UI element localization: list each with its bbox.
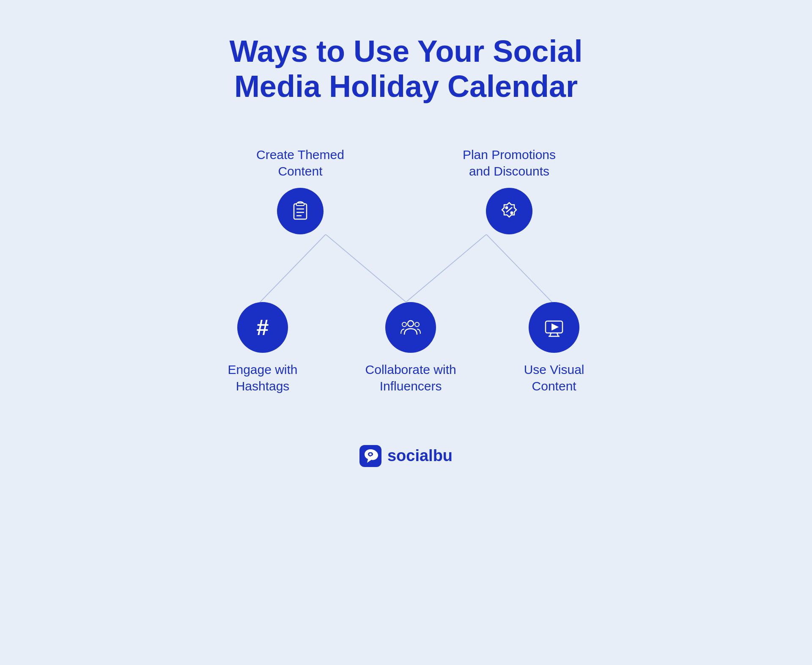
svg-marker-19 bbox=[552, 324, 558, 330]
brand-logo: socialbu bbox=[359, 445, 453, 467]
node-label-collaborate-influencers: Collaborate withInfluencers bbox=[365, 361, 456, 394]
node-circle-plan-promotions bbox=[486, 188, 532, 234]
svg-line-10 bbox=[406, 234, 486, 302]
svg-point-7 bbox=[510, 212, 513, 214]
node-create-themed-content: Create ThemedContent bbox=[256, 146, 344, 234]
node-label-create-themed-content: Create ThemedContent bbox=[256, 146, 344, 179]
people-icon bbox=[400, 317, 421, 338]
page-container: Ways to Use Your Social Media Holiday Ca… bbox=[152, 0, 660, 665]
top-row: Create ThemedContent Plan Promotionsand … bbox=[178, 146, 634, 234]
svg-line-11 bbox=[486, 234, 552, 302]
svg-point-13 bbox=[402, 322, 406, 327]
svg-point-6 bbox=[505, 206, 508, 209]
node-label-plan-promotions: Plan Promotionsand Discounts bbox=[463, 146, 556, 179]
node-use-visual-content: Use VisualContent bbox=[524, 302, 584, 394]
node-circle-engage-hashtags: # bbox=[237, 302, 288, 353]
node-engage-hashtags: # Engage withHashtags bbox=[228, 302, 297, 394]
svg-point-12 bbox=[408, 321, 414, 327]
node-plan-promotions: Plan Promotionsand Discounts bbox=[463, 146, 556, 234]
node-circle-collaborate-influencers bbox=[385, 302, 436, 353]
discount-icon bbox=[499, 201, 520, 222]
hashtag-icon: # bbox=[257, 316, 269, 338]
node-circle-create-themed-content bbox=[277, 188, 324, 234]
node-circle-use-visual-content bbox=[529, 302, 579, 353]
bottom-row: # Engage withHashtags Co bbox=[178, 302, 634, 394]
node-collaborate-influencers: Collaborate withInfluencers bbox=[365, 302, 456, 394]
video-icon bbox=[543, 317, 565, 338]
svg-rect-1 bbox=[296, 203, 304, 206]
diagram: Create ThemedContent Plan Promotionsand … bbox=[178, 146, 634, 394]
connector-lines bbox=[178, 234, 634, 302]
clipboard-icon bbox=[290, 201, 311, 222]
node-label-engage-hashtags: Engage withHashtags bbox=[228, 361, 297, 394]
node-label-use-visual-content: Use VisualContent bbox=[524, 361, 584, 394]
page-title: Ways to Use Your Social Media Holiday Ca… bbox=[216, 34, 596, 104]
svg-line-8 bbox=[260, 234, 326, 302]
svg-point-14 bbox=[415, 322, 419, 327]
svg-line-9 bbox=[326, 234, 406, 302]
svg-rect-0 bbox=[294, 204, 307, 219]
socialbu-icon bbox=[359, 445, 381, 467]
brand-name: socialbu bbox=[387, 447, 453, 465]
